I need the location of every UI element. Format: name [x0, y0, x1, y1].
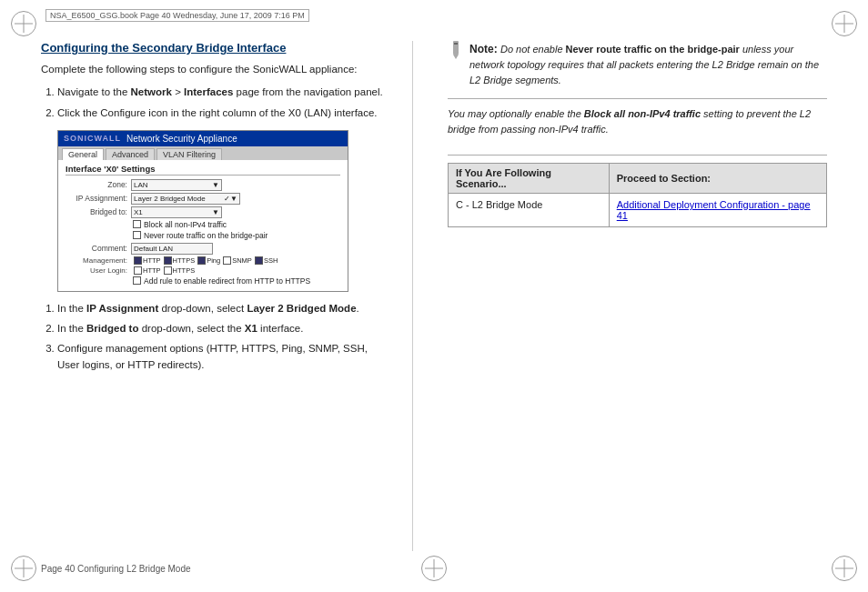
comment-control: Default LAN [131, 243, 340, 255]
note-label: Note: [469, 43, 500, 55]
comment-row: Comment: Default LAN [66, 243, 340, 255]
nav-table: If You Are Following Scenario... Proceed… [448, 163, 827, 227]
user-login-checkboxes: HTTP HTTPS [134, 266, 195, 275]
mgmt-snmp: SNMP [223, 256, 252, 265]
screenshot-logo: SONICWALL [64, 134, 121, 143]
steps-list: Navigate to the Network > Interfaces pag… [41, 85, 387, 121]
ip-assignment-select: Layer 2 Bridged Mode ✓▼ [131, 193, 240, 205]
checkbox-block-ipv4: Block all non-IPv4 traffic [133, 220, 340, 229]
screenshot-body: Interface 'X0' Settings Zone: LAN ▼ IP A… [58, 160, 348, 291]
login-https-checkbox [164, 266, 172, 275]
pencil-icon [448, 41, 464, 61]
screenshot-title: Network Security Appliance [126, 134, 237, 144]
step-5: Configure management options (HTTP, HTTP… [57, 341, 387, 373]
mgmt-https-checkbox [164, 256, 172, 265]
mgmt-snmp-checkbox [223, 256, 231, 265]
redirect-checkbox-row: Add rule to enable redirect from HTTP to… [133, 276, 340, 286]
nav-table-row-1: C - L2 Bridge Mode Additional Deployment… [449, 194, 827, 227]
zone-dropdown-arrow: ▼ [212, 181, 219, 189]
mgmt-http-checkbox [134, 256, 142, 265]
mgmt-ssh: SSH [255, 256, 278, 265]
corner-mark-br [832, 556, 857, 581]
screenshot-mock: SONICWALL Network Security Appliance Gen… [57, 130, 348, 292]
login-http-checkbox [134, 266, 142, 275]
ip-dropdown-arrow: ✓▼ [224, 195, 237, 203]
comment-select: Default LAN [131, 243, 213, 255]
checkbox-block-label: Block all non-IPv4 traffic [144, 220, 227, 229]
intro-text: Complete the following steps to configur… [41, 62, 387, 77]
step-3: In the IP Assignment drop-down, select L… [57, 301, 387, 316]
note-separator [448, 98, 827, 99]
column-divider [412, 41, 413, 551]
management-row: Management: HTTP HTTPS Ping [66, 256, 340, 265]
ip-assignment-control: Layer 2 Bridged Mode ✓▼ [131, 193, 340, 205]
nav-table-col1-header: If You Are Following Scenario... [449, 164, 610, 194]
mgmt-http: HTTP [134, 256, 161, 265]
mgmt-ping: Ping [197, 256, 220, 265]
checkbox-never-route: Never route traffic on the bridge-pair [133, 231, 340, 240]
bridged-to-control: X1 ▼ [131, 206, 340, 218]
nav-table-cell-link[interactable]: Additional Deployment Configuration - pa… [609, 194, 826, 227]
right-column: Note: Do not enable Never route traffic … [439, 41, 827, 551]
svg-rect-2 [454, 43, 458, 45]
bottom-label: Page 40 Configuring L2 Bridge Mode [41, 564, 191, 574]
checkbox-never-icon [133, 231, 141, 239]
mgmt-https: HTTPS [164, 256, 196, 265]
bridged-to-select: X1 ▼ [131, 206, 222, 218]
mgmt-ssh-checkbox [255, 256, 263, 265]
zone-select: LAN ▼ [131, 179, 222, 191]
step-4-bold1: Bridged to [86, 323, 139, 334]
login-https: HTTPS [164, 266, 196, 275]
nav-table-col2-header: Proceed to Section: [609, 164, 826, 194]
top-label: NSA_E6500_GSG.book Page 40 Wednesday, Ju… [45, 9, 309, 22]
step-3-bold1: IP Assignment [86, 303, 158, 314]
zone-row: Zone: LAN ▼ [66, 179, 340, 191]
ip-assignment-label: IP Assignment: [66, 194, 131, 203]
step-4-bold2: X1 [245, 323, 257, 334]
nav-table-cell-scenario: C - L2 Bridge Mode [449, 194, 610, 227]
corner-mark-bm [421, 556, 447, 581]
left-column: Configuring the Secondary Bridge Interfa… [41, 41, 387, 551]
steps-list-2: In the IP Assignment drop-down, select L… [41, 301, 387, 373]
management-checkboxes: HTTP HTTPS Ping SNMP [134, 256, 278, 265]
login-http: HTTP [134, 266, 161, 275]
step-2: Click the Configure icon in the right co… [57, 105, 387, 121]
note-p2-bold: Block all non-IPv4 traffic [584, 108, 701, 119]
note-bold1: Never route traffic on the bridge-pair [566, 44, 740, 55]
corner-mark-bl [11, 556, 36, 581]
note-italic-start: Do not enable [500, 44, 566, 55]
tab-general: General [62, 148, 104, 160]
step-1: Navigate to the Network > Interfaces pag… [57, 85, 387, 100]
corner-mark-tl [11, 11, 36, 36]
user-login-label: User Login: [66, 266, 131, 275]
note-p2-italic: You may optionally enable the Block all … [448, 108, 811, 135]
redirect-checkbox-label: Add rule to enable redirect from HTTP to… [144, 276, 310, 286]
bridged-dropdown-arrow: ▼ [212, 208, 219, 216]
screenshot-section-title: Interface 'X0' Settings [66, 164, 340, 176]
tab-advanced: Advanced [106, 148, 155, 160]
corner-mark-tr [832, 11, 857, 36]
tab-vlan-filtering: VLAN Filtering [156, 148, 222, 160]
checkbox-never-label: Never route traffic on the bridge-pair [144, 231, 267, 240]
mgmt-ping-checkbox [197, 256, 206, 265]
table-separator [448, 155, 827, 156]
svg-marker-1 [453, 55, 459, 59]
nav-table-header-row: If You Are Following Scenario... Proceed… [449, 164, 827, 194]
management-label: Management: [66, 256, 131, 265]
step-1-bold1: Network [131, 86, 172, 97]
screenshot-header: SONICWALL Network Security Appliance [58, 131, 348, 146]
note-paragraph2: You may optionally enable the Block all … [448, 106, 827, 136]
bridged-to-row: Bridged to: X1 ▼ [66, 206, 340, 218]
zone-control: LAN ▼ [131, 179, 340, 191]
step-3-bold2: Layer 2 Bridged Mode [247, 303, 356, 314]
note-box: Note: Do not enable Never route traffic … [448, 41, 827, 87]
screenshot-tabs: General Advanced VLAN Filtering [58, 146, 348, 160]
comment-label: Comment: [66, 244, 131, 253]
zone-label: Zone: [66, 180, 131, 189]
two-column-layout: Configuring the Secondary Bridge Interfa… [41, 41, 827, 551]
step-1-bold2: Interfaces [184, 86, 233, 97]
page-content: Configuring the Secondary Bridge Interfa… [41, 41, 827, 551]
step-4: In the Bridged to drop-down, select the … [57, 321, 387, 336]
ip-assignment-row: IP Assignment: Layer 2 Bridged Mode ✓▼ [66, 193, 340, 205]
checkbox-block-icon [133, 220, 141, 228]
